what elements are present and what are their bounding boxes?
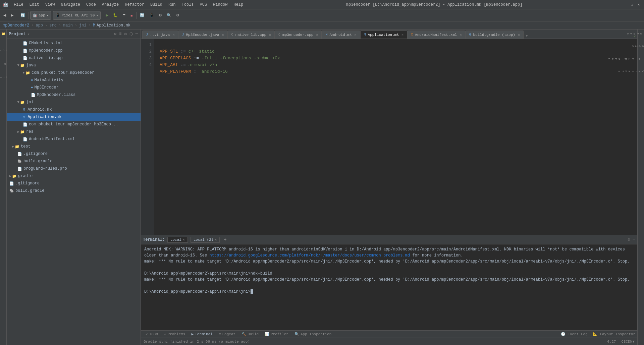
tree-item-application-mk[interactable]: M Application.mk [7,113,141,121]
run-button[interactable]: ▶ [104,11,110,20]
tree-item-proguard[interactable]: 📄 proguard-rules.pro [7,165,141,172]
tree-item-gitignore-root[interactable]: 📄 .gitignore [7,180,141,187]
tree-item-mp3encoder-java[interactable]: ● Mp3Encoder [7,84,141,91]
bottom-tab-terminal[interactable]: ▶ Terminal [189,331,215,337]
menu-item-tools[interactable]: Tools [179,2,197,8]
terminal-minimize-icon[interactable]: — [633,237,635,242]
tab-close-mp3encoder-cpp[interactable]: ✕ [316,33,318,37]
tree-item-build-gradle-app[interactable]: 🐘 build.gradle [7,158,141,165]
tree-item-build-gradle-root[interactable]: 🐘 build.gradle [7,187,141,194]
tab-close-native-lib[interactable]: ✕ [269,33,271,37]
tree-item-androidmanifest[interactable]: 📄 AndroidManifest.xml [7,135,141,143]
debug-button[interactable]: 🐛 [111,11,120,20]
forward-button[interactable]: ▶ [9,11,15,20]
bottom-tab-app-inspection[interactable]: 🔍 App Inspection [292,331,334,337]
sync-project-button[interactable]: 🔄 [138,11,147,20]
tree-item-mainactivity[interactable]: ● MainActivity [7,76,141,84]
bottom-tab-profiler[interactable]: 📊 Profiler [262,331,291,337]
tree-item-com-package[interactable]: ▶ 📁 com.phuket.tour.mp3encoder [7,69,141,76]
layout-inspector-link[interactable]: 📐 Layout Inspector [593,332,635,336]
menu-item-navigate[interactable]: Navigate [58,2,83,8]
favorites-icon[interactable]: Favorites [0,74,6,80]
tab-build-gradle-app[interactable]: G build.gradle (:app) ✕ [465,31,523,39]
tree-item-gitignore-app[interactable]: 📄 .gitignore [7,150,141,158]
terminal-add-tab[interactable]: + [224,237,226,242]
bottom-tab-logcat[interactable]: ≡ Logcat [216,332,238,337]
menu-bar[interactable]: FileEditViewNavigateCodeAnalyzeRefactorB… [11,2,246,8]
tab-application-mk[interactable]: M Application.mk ✕ [360,31,407,39]
bc-main[interactable]: main [63,23,73,28]
build-variants-icon[interactable]: Build Variants [617,68,644,74]
structure-right-icon[interactable]: Structure [625,31,644,37]
bc-jni[interactable]: jni [79,23,87,28]
stop-button[interactable]: ■ [128,11,135,20]
tab-native-lib[interactable]: C native-lib.cpp ✕ [228,31,275,39]
window-controls[interactable]: — ❐ ✕ [623,2,641,7]
tab-close-t-java[interactable]: ✕ [172,33,174,37]
close-panel-icon[interactable]: — [135,31,139,37]
locate-file-icon[interactable]: ⊕ [113,31,117,37]
tab-overflow-arrow[interactable]: ▾ [524,34,530,39]
menu-item-help[interactable]: Help [231,2,246,8]
bc-src[interactable]: src [49,23,57,28]
tab-close-androidmanifest[interactable]: ✕ [460,33,462,37]
event-log-link[interactable]: 🕐 Event Log [561,332,588,336]
tree-item-native-lib-cpp[interactable]: 📄 native-lib.cpp [7,54,141,62]
bc-app[interactable]: app [36,23,43,28]
tree-item-cmakelists[interactable]: 📄 CMakeLists.txt [7,40,141,47]
menu-item-edit[interactable]: Edit [27,2,42,8]
menu-item-build[interactable]: Build [148,2,165,8]
minimize-button[interactable]: — [623,2,628,7]
device-file-explorer-icon[interactable]: Device File Explorer [607,56,644,62]
tree-item-so-file[interactable]: 📄 com_phuket_tour_mp3encoder_Mp3Enco... [7,121,141,128]
maximize-button[interactable]: ❐ [629,2,635,7]
menu-item-refactor[interactable]: Refactor [122,2,147,8]
sdk-manager-button[interactable]: ⚙ [157,11,164,20]
terminal-tab-local2[interactable]: Local (2) ✕ [191,237,220,243]
tree-item-res-folder[interactable]: ▶ 📁 res [7,128,141,135]
terminal-link[interactable]: https://android.googlesource.com/platfor… [209,253,410,258]
tab-close-build-gradle[interactable]: ✕ [518,33,520,37]
coverage-button[interactable]: ☂ [120,11,128,20]
tab-close-android-mk[interactable]: ✕ [355,33,357,37]
bottom-tab-problems[interactable]: ⚠ Problems [161,331,188,337]
tree-item-android-mk[interactable]: M Android.mk [7,106,141,113]
panel-header-icons[interactable]: ⊕ ≡ ⚙ ⬡ — [113,31,139,37]
tab-mp3encoder-java[interactable]: J Mp3Encoder.java ✕ [178,31,227,39]
terminal-settings-icon[interactable]: ⚙ [628,237,630,242]
close-button[interactable]: ✕ [636,2,641,7]
tab-t-java[interactable]: J ...t.java ✕ [142,31,178,39]
menu-item-analyze[interactable]: Analyze [99,2,121,8]
settings-button[interactable]: ⚙ [174,11,181,20]
bc-file[interactable]: M [93,23,95,28]
tree-item-test-folder[interactable]: ▶ 📁 test [7,143,141,150]
search-everywhere-button[interactable]: 🔍 [165,11,173,20]
menu-item-run[interactable]: Run [166,2,178,8]
tab-mp3encoder-cpp[interactable]: C mp3encoder.cpp ✕ [275,31,322,39]
structure-icon[interactable]: Structure [0,48,6,54]
tab-close-mp3encoder[interactable]: ✕ [222,33,224,37]
project-dropdown-arrow[interactable]: ▾ [28,32,30,36]
tree-item-mp3encoder-class[interactable]: 📄 Mp3Encoder.class [7,91,141,99]
gradle-sync-button[interactable]: 🔄 [18,11,27,20]
resource-manager-icon[interactable]: Resource Manager [0,61,6,67]
code-content[interactable]: APP_STL := c++_static APP_CPPFLAGS := -f… [154,39,637,235]
gradle-emulator-icon[interactable]: Gradle [630,43,644,49]
tree-item-gradle-folder[interactable]: ▶ 📁 gradle [7,172,141,180]
terminal-tab-local2-close[interactable]: ✕ [215,238,217,242]
terminal-content[interactable]: Android NDK: WARNING: APP_PLATFORM andro… [141,244,637,330]
tab-android-mk[interactable]: M Android.mk ✕ [322,31,360,39]
tab-androidmanifest-xml[interactable]: X AndroidManifest.xml ✕ [407,31,465,39]
bottom-tab-build[interactable]: 🔨 Build [239,331,261,337]
collapse-all-icon[interactable]: ≡ [118,31,122,37]
tree-item-mp3encoder-cpp[interactable]: 📄 mp3encoder.cpp [7,47,141,54]
tree-item-java-folder[interactable]: ▶ 📁 java [7,62,141,69]
terminal-tab-local[interactable]: Local ✕ [167,237,188,243]
avd-manager-button[interactable]: 📱 [147,11,156,20]
device-dropdown[interactable]: 📱 Pixel XL API 30 ▾ [53,11,101,20]
menu-item-vcs[interactable]: VCS [197,2,210,8]
tab-close-application-mk[interactable]: ✕ [401,33,404,37]
back-button[interactable]: ◀ [1,11,8,20]
tree-item-jni-folder[interactable]: ▶ 📁 jni [7,99,141,106]
menu-item-view[interactable]: View [43,2,58,8]
